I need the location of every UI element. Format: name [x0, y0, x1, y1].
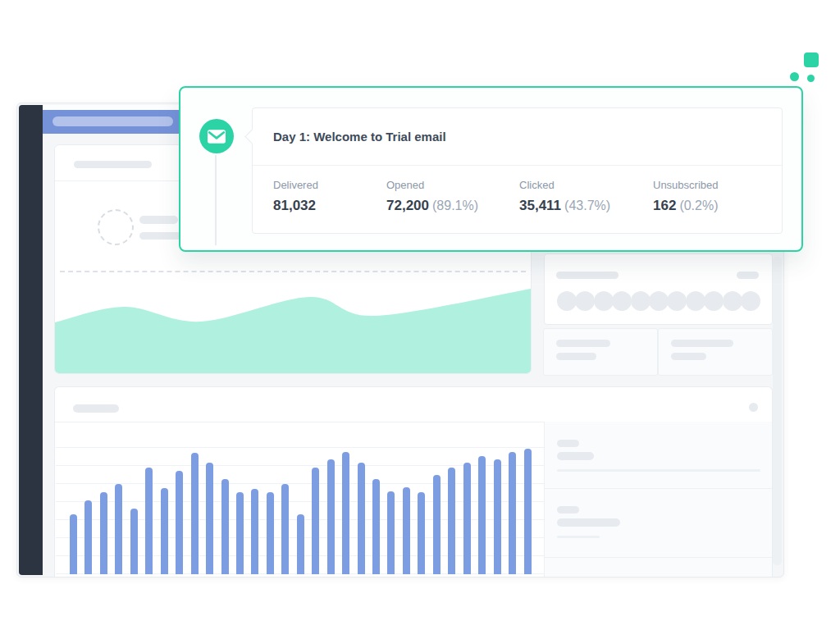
bar — [297, 514, 304, 574]
bar — [84, 500, 92, 574]
avatar-dot — [667, 291, 687, 311]
stat-unsubscribed: Unsubscribed 162(0.2%) — [653, 179, 719, 214]
list-line-placeholder — [557, 469, 760, 472]
gridline — [56, 465, 544, 466]
bar — [161, 488, 168, 574]
bar — [509, 452, 516, 574]
bar — [358, 463, 365, 574]
timeline-badge — [199, 119, 234, 153]
bar — [100, 492, 107, 574]
list-title-placeholder — [557, 452, 594, 460]
bar — [463, 463, 471, 574]
bar — [281, 484, 289, 574]
email-title: Day 1: Welcome to Trial email — [273, 108, 446, 165]
email-stats-overlay-card[interactable]: Day 1: Welcome to Trial email Delivered … — [179, 86, 803, 252]
page: Day 1: Welcome to Trial email Delivered … — [0, 0, 840, 630]
bar — [267, 492, 274, 574]
avatar-dot — [557, 291, 577, 311]
stat-value: 162 — [653, 198, 676, 213]
divider — [545, 557, 772, 558]
stat-value: 81,032 — [273, 198, 316, 213]
bar — [115, 484, 122, 574]
bar — [312, 468, 319, 574]
stat-label: Unsubscribed — [653, 179, 719, 191]
avatar-dot — [704, 291, 724, 311]
area-wave — [55, 289, 531, 373]
gridline — [56, 447, 544, 448]
stat-placeholder — [671, 340, 733, 347]
bar — [387, 491, 395, 574]
bar — [327, 459, 335, 574]
stat-label: Clicked — [519, 179, 610, 191]
stat-delivered: Delivered 81,032 — [273, 179, 319, 214]
bar — [70, 514, 77, 574]
email-title-row: Day 1: Welcome to Trial email — [253, 108, 782, 166]
deco-dot — [790, 72, 799, 81]
audience-avatar-dots — [557, 291, 764, 311]
list-title-placeholder — [557, 518, 620, 527]
divider — [545, 488, 772, 489]
scrollbar-thumb[interactable] — [773, 257, 782, 565]
activity-list — [545, 422, 772, 578]
bar — [448, 468, 455, 574]
stat-label: Delivered — [273, 179, 319, 191]
bar — [342, 452, 349, 574]
menu-dot-icon[interactable] — [749, 403, 758, 412]
bar — [206, 463, 213, 574]
nav-pill-placeholder[interactable] — [52, 116, 173, 126]
list-line-placeholder — [557, 536, 600, 538]
activity-bar-chart — [56, 422, 544, 574]
bar — [433, 475, 441, 574]
stat-placeholder — [556, 353, 596, 360]
link-placeholder[interactable] — [737, 272, 759, 279]
bar — [221, 479, 229, 574]
stat-placeholder — [671, 353, 706, 360]
bar — [403, 487, 410, 574]
stat-opened: Opened 72,200(89.1%) — [386, 179, 478, 214]
stat-clicked: Clicked 35,411(43.7%) — [519, 179, 610, 214]
bar — [372, 479, 380, 574]
bar — [251, 489, 258, 574]
deco-square — [804, 52, 819, 67]
avatar-dot — [631, 291, 651, 311]
stat-percent: (43.7%) — [564, 199, 610, 212]
avatar-dot — [686, 291, 705, 311]
stat-value: 72,200 — [386, 198, 429, 213]
list-label-placeholder — [557, 440, 579, 447]
avatar-dot — [741, 291, 760, 311]
avatar-dot — [612, 291, 632, 311]
mini-stat-card — [543, 328, 658, 376]
bar — [418, 492, 425, 574]
avatar-dot — [575, 291, 595, 311]
timeline-connector — [215, 155, 217, 245]
avatar-dot — [723, 291, 742, 311]
envelope-icon — [208, 130, 226, 144]
card-title-placeholder — [556, 272, 619, 279]
app-sidebar — [19, 105, 43, 575]
bar — [478, 456, 486, 574]
stat-value: 35,411 — [519, 198, 561, 213]
stat-percent: (89.1%) — [432, 199, 478, 212]
list-label-placeholder — [557, 506, 579, 514]
audience-card — [544, 253, 773, 325]
stat-label: Opened — [386, 179, 478, 191]
bar — [494, 459, 501, 574]
bar — [130, 509, 138, 574]
bar — [524, 449, 532, 574]
card-title-placeholder — [73, 404, 119, 413]
avatar-dot — [649, 291, 669, 311]
email-summary-card: Day 1: Welcome to Trial email Delivered … — [252, 107, 783, 234]
bar — [176, 471, 183, 574]
mini-stat-card — [658, 328, 773, 376]
bar — [145, 468, 153, 574]
deco-dot — [807, 75, 815, 82]
gridline — [56, 483, 544, 484]
bar — [236, 492, 244, 574]
activity-card — [54, 386, 773, 578]
avatar-dot — [594, 291, 614, 311]
stat-placeholder — [556, 340, 610, 347]
bar — [191, 453, 199, 574]
gridline — [56, 501, 544, 502]
stat-percent: (0.2%) — [679, 199, 718, 212]
